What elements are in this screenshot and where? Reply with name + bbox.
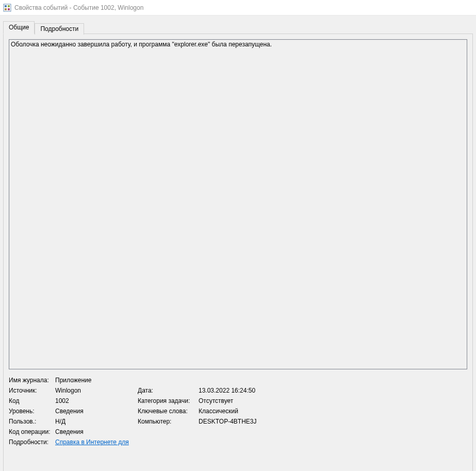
value-user: Н/Д	[55, 418, 138, 425]
value-level: Сведения	[55, 408, 138, 415]
tab-details[interactable]: Подробности	[35, 23, 84, 35]
row-log-name: Имя журнала: Приложение	[9, 377, 467, 384]
value-date: 13.03.2022 16:24:50	[199, 387, 467, 394]
svg-rect-2	[8, 5, 10, 7]
label-keywords: Ключевые слова:	[138, 408, 199, 415]
row-opcode: Код операции: Сведения	[9, 428, 467, 435]
label-user: Пользов.:	[9, 418, 55, 425]
label-more-info: Подробности:	[9, 438, 55, 446]
titlebar: Свойства событий - Событие 1002, Winlogo…	[0, 0, 476, 15]
row-user: Пользов.: Н/Д Компьютер: DESKTOP-4BTHE3J	[9, 418, 467, 425]
value-keywords: Классический	[199, 408, 467, 415]
svg-rect-3	[5, 8, 7, 10]
label-log-name: Имя журнала:	[9, 377, 55, 384]
svg-rect-1	[5, 5, 7, 7]
svg-rect-4	[8, 8, 10, 10]
row-more-info: Подробности: Справка в Интернете для	[9, 438, 467, 446]
window-title: Свойства событий - Событие 1002, Winlogo…	[14, 4, 143, 11]
label-source: Источник:	[9, 387, 55, 394]
value-log-name: Приложение	[55, 377, 138, 384]
app-icon	[3, 4, 11, 12]
event-description[interactable]: Оболочка неожиданно завершила работу, и …	[9, 39, 467, 369]
tab-strip: Общие Подробности	[3, 21, 473, 34]
content-area: Общие Подробности Оболочка неожиданно за…	[0, 15, 476, 471]
row-source: Источник: Winlogon Дата: 13.03.2022 16:2…	[9, 387, 467, 394]
value-opcode: Сведения	[55, 428, 138, 435]
label-computer: Компьютер:	[138, 418, 199, 425]
label-level: Уровень:	[9, 408, 55, 415]
tab-panel-general: Оболочка неожиданно завершила работу, и …	[3, 34, 473, 471]
value-source: Winlogon	[55, 387, 138, 394]
value-event-id: 1002	[55, 397, 138, 404]
row-event-id: Код 1002 Категория задачи: Отсутствует	[9, 397, 467, 404]
label-date: Дата:	[138, 387, 199, 394]
label-event-id: Код	[9, 397, 55, 404]
value-computer: DESKTOP-4BTHE3J	[199, 418, 467, 425]
value-task-category: Отсутствует	[199, 397, 467, 404]
tab-general[interactable]: Общие	[3, 21, 35, 34]
label-task-category: Категория задачи:	[138, 397, 199, 404]
row-level: Уровень: Сведения Ключевые слова: Класси…	[9, 408, 467, 415]
label-opcode: Код операции:	[9, 428, 55, 435]
event-properties: Имя журнала: Приложение Источник: Winlog…	[9, 377, 467, 446]
help-link[interactable]: Справка в Интернете для	[55, 438, 129, 446]
